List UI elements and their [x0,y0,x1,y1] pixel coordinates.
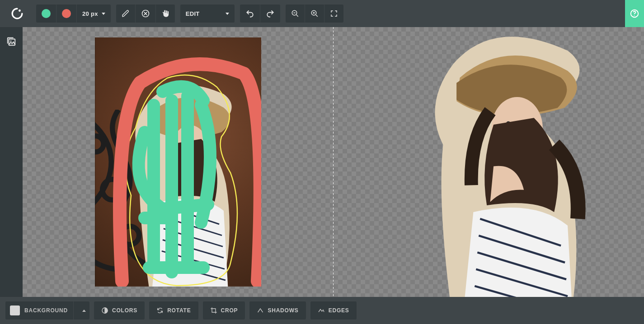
crop-label: CROP [221,307,238,314]
result-canvas [334,27,644,297]
svg-point-0 [19,9,21,12]
svg-point-7 [10,41,12,42]
zoom-in-button[interactable] [305,5,324,23]
edges-button[interactable]: EDGES [310,301,357,319]
app-logo[interactable] [4,0,31,27]
chevron-down-icon [102,13,105,15]
bottom-toolbar: BACKGROUND COLORS ROTATE CROP SHADOWS ED… [0,297,644,324]
draw-tool-button[interactable] [116,5,135,23]
edit-menu-button[interactable]: EDIT [180,5,235,23]
erase-tool-button[interactable] [136,5,155,23]
zoom-group [286,5,343,23]
history-group [240,5,280,23]
edges-icon [318,307,325,314]
top-toolbar: 20 px EDIT [0,0,644,27]
brush-size-label: 20 px [82,10,98,17]
workspace [23,27,644,297]
edit-menu-label: EDIT [186,10,200,17]
crop-button[interactable]: CROP [203,301,245,319]
help-button[interactable] [625,0,644,27]
svg-rect-6 [9,39,15,46]
undo-button[interactable] [240,5,260,23]
chevron-down-icon [226,13,229,15]
source-image [95,37,261,287]
colors-button[interactable]: COLORS [94,301,145,319]
pencil-icon [122,9,130,18]
svg-point-5 [634,15,635,16]
redo-icon [266,9,275,18]
rotate-label: ROTATE [167,307,191,314]
colors-label: COLORS [112,307,137,314]
edges-label: EDGES [329,307,349,314]
brush-size-button[interactable]: 20 px [77,5,111,23]
erase-icon [141,9,150,18]
edit-menu-group: EDIT [180,5,235,23]
zoom-out-icon [291,9,299,18]
help-icon [630,9,639,19]
left-sidebar [0,27,23,297]
background-caret[interactable] [73,301,89,319]
background-swatch [10,305,20,315]
rotate-button[interactable]: ROTATE [149,301,198,319]
redo-button[interactable] [260,5,280,23]
rotate-icon [156,307,164,314]
hand-icon [161,9,169,18]
cutout-subject [412,27,614,297]
contrast-icon [101,307,108,314]
shadows-icon [257,307,264,314]
result-pane[interactable] [334,27,644,297]
source-pane[interactable] [23,27,333,297]
background-label: BACKGROUND [24,307,73,314]
source-canvas [23,27,333,297]
brush-marks-overlay [95,37,261,287]
zoom-in-icon [310,9,319,18]
shadows-label: SHADOWS [268,307,298,314]
chevron-up-icon [82,310,86,312]
expand-icon [330,9,338,18]
pan-tool-button[interactable] [156,5,175,23]
zoom-out-button[interactable] [286,5,305,23]
keep-brush-button[interactable] [36,5,56,23]
brush-color-group: 20 px [36,5,111,23]
crop-icon [210,307,217,314]
shadows-button[interactable]: SHADOWS [249,301,306,319]
images-panel-button[interactable] [3,33,19,50]
background-picker[interactable]: BACKGROUND [5,301,89,319]
result-image [390,27,615,297]
images-icon [6,37,16,46]
mark-tools-group [116,5,175,23]
remove-brush-button[interactable] [56,5,76,23]
undo-icon [245,9,254,18]
fit-screen-button[interactable] [324,5,343,23]
